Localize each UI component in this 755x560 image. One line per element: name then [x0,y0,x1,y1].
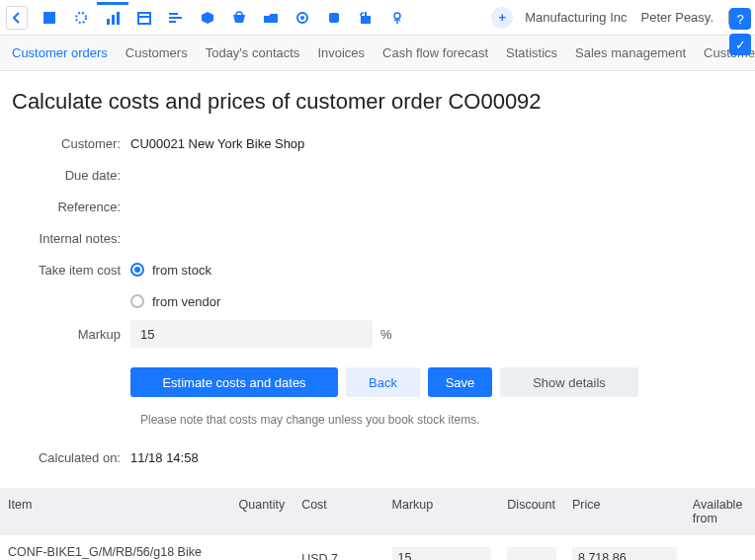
tab-customer-orders[interactable]: Customer orders [12,45,108,60]
takecost-opt2-label: from vendor [152,294,220,309]
radio-unchecked-icon [130,294,144,308]
save-button[interactable]: Save [428,367,492,397]
module-icon-7[interactable] [223,2,255,34]
row-price-input[interactable] [572,547,677,561]
th-discount: Discount [499,488,564,535]
module-icon-1[interactable] [34,2,65,34]
cell-item: CONF-BIKE1_G/M/RB/56/g18 Bike Model 1G ,… [0,535,231,560]
section-tabs: Customer orders Customers Today's contac… [0,36,755,71]
svg-rect-12 [329,13,339,23]
row-markup-input[interactable] [392,547,492,561]
module-icons [34,2,413,34]
form-area: Customer: CU00021 New York Bike Shop Due… [0,130,755,470]
tab-sales-mgmt[interactable]: Sales management [575,45,686,60]
app-toolbar: + Manufacturing Inc Peter Peasy. ? ✓ [0,0,755,36]
show-details-button[interactable]: Show details [500,367,638,397]
notes-label: Internal notes: [12,231,130,246]
module-icon-12[interactable] [381,2,413,34]
back-button[interactable]: Back [346,367,420,397]
th-qty: Quantity [231,488,294,535]
th-markup: Markup [384,488,500,535]
module-icon-6[interactable] [192,2,223,34]
svg-point-15 [394,13,400,19]
th-price: Price [564,488,685,535]
tab-invoices[interactable]: Invoices [317,45,365,60]
cost-note: Please note that costs may change unless… [140,413,743,427]
cell-qty: 10 pcs [231,535,294,560]
takecost-from-stock[interactable]: from stock [130,263,211,278]
svg-rect-3 [112,15,115,25]
reference-label: Reference: [12,200,130,214]
tab-statistics[interactable]: Statistics [506,45,557,60]
svg-rect-8 [169,17,182,19]
th-item: Item [0,488,231,535]
module-icon-9[interactable] [287,2,318,34]
module-icon-4[interactable] [128,2,160,34]
module-icon-2[interactable] [65,2,97,34]
svg-point-11 [300,16,304,20]
duedate-label: Due date: [12,168,130,183]
cell-cost: USD 7 581,62 [294,535,383,560]
module-icon-11[interactable] [350,2,381,34]
markup-input[interactable] [130,320,373,348]
nav-back-button[interactable] [6,6,28,30]
radio-checked-icon [130,263,144,277]
page-title: Calculate costs and prices of customer o… [0,71,755,130]
module-icon-3[interactable] [97,2,128,34]
table-header-row: Item Quantity Cost Markup Discount Price… [0,488,755,535]
svg-rect-14 [365,12,367,16]
module-icon-8[interactable] [255,2,287,34]
th-cost: Cost [294,488,383,535]
user-name[interactable]: Peter Peasy. [641,10,713,25]
markup-unit: % [380,327,392,342]
side-badges: ? ✓ [729,8,751,55]
svg-point-1 [76,13,86,23]
help-badge[interactable]: ? [729,8,751,30]
check-badge[interactable]: ✓ [729,34,751,55]
th-avail: Available from [685,488,755,535]
table-row: CONF-BIKE1_G/M/RB/56/g18 Bike Model 1G ,… [0,535,755,560]
add-button[interactable]: + [491,7,513,29]
tab-customers[interactable]: Customers [126,45,188,60]
svg-rect-7 [169,13,178,15]
tab-cash-flow[interactable]: Cash flow forecast [382,45,488,60]
svg-rect-5 [138,13,150,24]
items-table: Item Quantity Cost Markup Discount Price… [0,488,755,560]
cell-avail: 12/08 [685,535,755,560]
markup-label: Markup [12,327,130,342]
svg-rect-2 [107,19,110,25]
module-icon-5[interactable] [160,2,192,34]
takecost-label: Take item cost [12,263,130,278]
customer-label: Customer: [12,136,130,151]
takecost-from-vendor[interactable]: from vendor [130,294,220,309]
svg-rect-9 [169,21,176,23]
items-table-wrap: Item Quantity Cost Markup Discount Price… [0,488,755,560]
svg-rect-13 [361,16,371,24]
calculated-label: Calculated on: [12,450,130,465]
estimate-button[interactable]: Estimate costs and dates [130,367,338,397]
company-name[interactable]: Manufacturing Inc [525,10,627,25]
customer-value: CU00021 New York Bike Shop [130,136,304,151]
calculated-value: 11/18 14:58 [130,450,199,465]
tab-todays-contacts[interactable]: Today's contacts [206,45,300,60]
module-icon-10[interactable] [318,2,350,34]
button-row: Estimate costs and dates Back Save Show … [130,367,638,397]
svg-rect-0 [43,12,55,24]
svg-rect-4 [117,12,120,25]
row-discount-input[interactable] [507,547,556,561]
takecost-opt1-label: from stock [152,263,211,278]
